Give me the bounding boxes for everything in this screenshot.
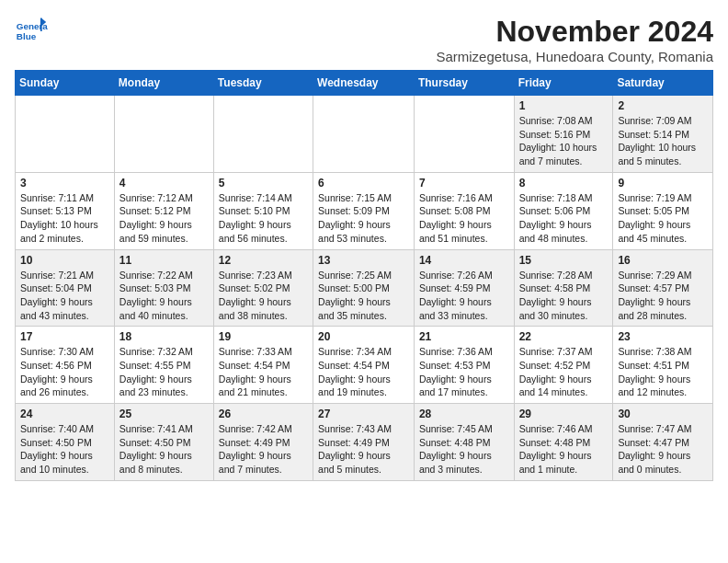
day-number: 14 [419,254,509,267]
day-number: 7 [419,177,509,190]
calendar-cell: 14Sunrise: 7:26 AM Sunset: 4:59 PM Dayli… [414,249,514,327]
week-row-4: 17Sunrise: 7:30 AM Sunset: 4:56 PM Dayli… [16,327,713,404]
week-row-1: 1Sunrise: 7:08 AM Sunset: 5:16 PM Daylig… [16,96,713,173]
cell-content: Sunrise: 7:15 AM Sunset: 5:09 PM Dayligh… [318,191,409,246]
cell-content: Sunrise: 7:36 AM Sunset: 4:53 PM Dayligh… [419,345,509,399]
week-row-3: 10Sunrise: 7:21 AM Sunset: 5:04 PM Dayli… [16,249,713,327]
calendar-cell: 16Sunrise: 7:29 AM Sunset: 4:57 PM Dayli… [613,249,713,327]
cell-content: Sunrise: 7:19 AM Sunset: 5:05 PM Dayligh… [618,191,708,246]
calendar-cell: 19Sunrise: 7:33 AM Sunset: 4:54 PM Dayli… [213,327,313,404]
day-number: 26 [219,408,308,420]
week-row-2: 3Sunrise: 7:11 AM Sunset: 5:13 PM Daylig… [16,172,713,249]
cell-content: Sunrise: 7:11 AM Sunset: 5:13 PM Dayligh… [20,191,109,246]
calendar-cell: 18Sunrise: 7:32 AM Sunset: 4:55 PM Dayli… [114,327,213,404]
day-number: 18 [119,330,209,343]
calendar-cell [213,96,313,173]
calendar-cell: 20Sunrise: 7:34 AM Sunset: 4:54 PM Dayli… [313,327,415,404]
day-number: 21 [419,330,509,343]
cell-content: Sunrise: 7:41 AM Sunset: 4:50 PM Dayligh… [119,422,209,477]
calendar-cell: 30Sunrise: 7:47 AM Sunset: 4:47 PM Dayli… [613,404,713,481]
calendar-cell: 8Sunrise: 7:18 AM Sunset: 5:06 PM Daylig… [514,172,613,249]
calendar-cell: 26Sunrise: 7:42 AM Sunset: 4:49 PM Dayli… [213,404,313,481]
day-number: 11 [119,254,209,267]
cell-content: Sunrise: 7:28 AM Sunset: 4:58 PM Dayligh… [519,269,609,323]
weekday-header-sunday: Sunday [16,71,115,96]
logo: General Blue [15,15,48,48]
day-number: 6 [318,177,409,190]
month-title: November 2024 [436,15,713,49]
calendar-cell: 1Sunrise: 7:08 AM Sunset: 5:16 PM Daylig… [514,96,613,173]
day-number: 23 [618,330,708,343]
day-number: 16 [618,254,708,267]
weekday-header-monday: Monday [114,71,213,96]
cell-content: Sunrise: 7:26 AM Sunset: 4:59 PM Dayligh… [419,269,509,323]
cell-content: Sunrise: 7:18 AM Sunset: 5:06 PM Dayligh… [519,191,609,246]
calendar-cell: 29Sunrise: 7:46 AM Sunset: 4:48 PM Dayli… [514,404,613,481]
cell-content: Sunrise: 7:25 AM Sunset: 5:00 PM Dayligh… [318,269,409,323]
day-number: 12 [219,254,308,267]
cell-content: Sunrise: 7:42 AM Sunset: 4:49 PM Dayligh… [219,422,308,477]
day-number: 5 [219,177,308,190]
calendar-cell: 9Sunrise: 7:19 AM Sunset: 5:05 PM Daylig… [613,172,713,249]
weekday-header-tuesday: Tuesday [213,71,313,96]
calendar-cell: 15Sunrise: 7:28 AM Sunset: 4:58 PM Dayli… [514,249,613,327]
calendar-cell: 21Sunrise: 7:36 AM Sunset: 4:53 PM Dayli… [414,327,514,404]
day-number: 30 [618,408,708,420]
cell-content: Sunrise: 7:37 AM Sunset: 4:52 PM Dayligh… [519,345,609,399]
calendar-cell: 3Sunrise: 7:11 AM Sunset: 5:13 PM Daylig… [16,172,115,249]
cell-content: Sunrise: 7:30 AM Sunset: 4:56 PM Dayligh… [20,345,109,399]
cell-content: Sunrise: 7:47 AM Sunset: 4:47 PM Dayligh… [618,422,708,477]
calendar-cell: 2Sunrise: 7:09 AM Sunset: 5:14 PM Daylig… [613,96,713,173]
cell-content: Sunrise: 7:09 AM Sunset: 5:14 PM Dayligh… [618,114,708,168]
week-row-5: 24Sunrise: 7:40 AM Sunset: 4:50 PM Dayli… [16,404,713,481]
day-number: 1 [519,99,609,112]
day-number: 4 [119,177,209,190]
calendar-cell: 28Sunrise: 7:45 AM Sunset: 4:48 PM Dayli… [414,404,514,481]
day-number: 10 [20,254,109,267]
day-number: 19 [219,330,308,343]
calendar-cell: 6Sunrise: 7:15 AM Sunset: 5:09 PM Daylig… [313,172,415,249]
day-number: 27 [318,408,409,420]
cell-content: Sunrise: 7:43 AM Sunset: 4:49 PM Dayligh… [318,422,409,477]
calendar-cell: 24Sunrise: 7:40 AM Sunset: 4:50 PM Dayli… [16,404,115,481]
cell-content: Sunrise: 7:38 AM Sunset: 4:51 PM Dayligh… [618,345,708,399]
cell-content: Sunrise: 7:46 AM Sunset: 4:48 PM Dayligh… [519,422,609,477]
location-title: Sarmizegetusa, Hunedoara County, Romania [436,49,713,64]
day-number: 20 [318,330,409,343]
logo-icon: General Blue [15,15,48,48]
calendar-cell: 27Sunrise: 7:43 AM Sunset: 4:49 PM Dayli… [313,404,415,481]
day-number: 22 [519,330,609,343]
cell-content: Sunrise: 7:16 AM Sunset: 5:08 PM Dayligh… [419,191,509,246]
calendar-cell: 10Sunrise: 7:21 AM Sunset: 5:04 PM Dayli… [16,249,115,327]
cell-content: Sunrise: 7:34 AM Sunset: 4:54 PM Dayligh… [318,345,409,399]
day-number: 28 [419,408,509,420]
calendar-cell: 22Sunrise: 7:37 AM Sunset: 4:52 PM Dayli… [514,327,613,404]
cell-content: Sunrise: 7:40 AM Sunset: 4:50 PM Dayligh… [20,422,109,477]
weekday-header-row: SundayMondayTuesdayWednesdayThursdayFrid… [16,71,713,96]
cell-content: Sunrise: 7:12 AM Sunset: 5:12 PM Dayligh… [119,191,209,246]
day-number: 29 [519,408,609,420]
weekday-header-saturday: Saturday [613,71,713,96]
svg-text:Blue: Blue [17,31,37,41]
cell-content: Sunrise: 7:21 AM Sunset: 5:04 PM Dayligh… [20,269,109,323]
day-number: 2 [618,99,708,112]
calendar-cell: 17Sunrise: 7:30 AM Sunset: 4:56 PM Dayli… [16,327,115,404]
cell-content: Sunrise: 7:14 AM Sunset: 5:10 PM Dayligh… [219,191,308,246]
cell-content: Sunrise: 7:29 AM Sunset: 4:57 PM Dayligh… [618,269,708,323]
day-number: 24 [20,408,109,420]
cell-content: Sunrise: 7:32 AM Sunset: 4:55 PM Dayligh… [119,345,209,399]
day-number: 25 [119,408,209,420]
calendar-cell: 13Sunrise: 7:25 AM Sunset: 5:00 PM Dayli… [313,249,415,327]
calendar-cell [16,96,115,173]
cell-content: Sunrise: 7:08 AM Sunset: 5:16 PM Dayligh… [519,114,609,168]
calendar-cell: 5Sunrise: 7:14 AM Sunset: 5:10 PM Daylig… [213,172,313,249]
calendar-cell: 12Sunrise: 7:23 AM Sunset: 5:02 PM Dayli… [213,249,313,327]
calendar-cell: 25Sunrise: 7:41 AM Sunset: 4:50 PM Dayli… [114,404,213,481]
calendar-cell: 4Sunrise: 7:12 AM Sunset: 5:12 PM Daylig… [114,172,213,249]
day-number: 3 [20,177,109,190]
cell-content: Sunrise: 7:23 AM Sunset: 5:02 PM Dayligh… [219,269,308,323]
day-number: 9 [618,177,708,190]
cell-content: Sunrise: 7:22 AM Sunset: 5:03 PM Dayligh… [119,269,209,323]
calendar-cell [313,96,415,173]
calendar-cell: 11Sunrise: 7:22 AM Sunset: 5:03 PM Dayli… [114,249,213,327]
